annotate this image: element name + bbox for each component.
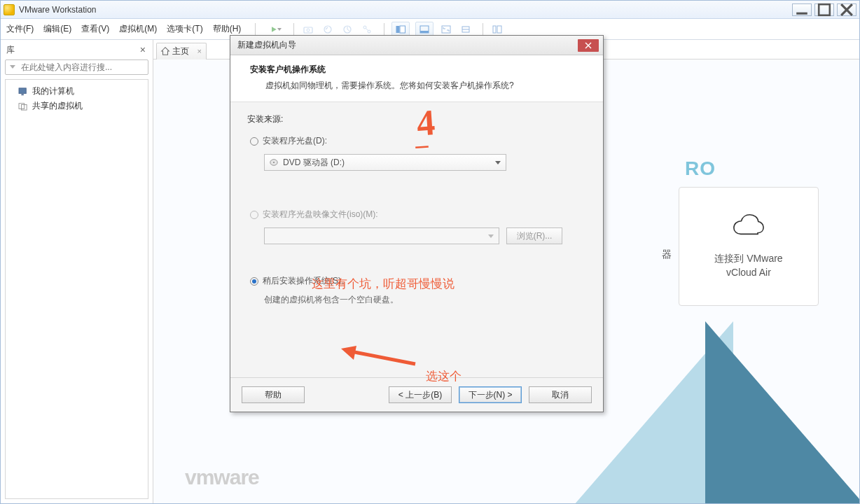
svg-rect-23 [497,26,501,33]
menu-tabs[interactable]: 选项卡(T) [167,23,202,35]
dialog-header-sub: 虚拟机如同物理机，需要操作系统。您将如何安装客户机操作系统? [250,80,583,92]
svg-line-14 [366,28,368,30]
dialog-title-bar[interactable]: 新建虚拟机向导 [230,36,603,55]
radio-label: 安装程序光盘映像文件(iso)(M): [263,209,378,220]
browse-button[interactable]: 浏览(R)... [506,227,562,244]
svg-point-7 [307,29,310,31]
install-later-note: 创建的虚拟机将包含一个空白硬盘。 [264,294,586,306]
svg-rect-15 [396,26,400,33]
svg-marker-5 [277,28,282,31]
menu-edit[interactable]: 编辑(E) [43,23,71,35]
library-tree: 我的计算机 共享的虚拟机 [5,79,148,499]
title-bar: VMware Workstation [1,1,859,19]
back-button[interactable]: < 上一步(B) [389,386,452,403]
radio-icon [250,211,258,219]
disc-drive-value: DVD 驱动器 (D:) [283,157,345,169]
cloud-icon [730,213,767,242]
svg-rect-28 [21,94,23,95]
menu-vm[interactable]: 虚拟机(M) [119,23,157,35]
snapshot-take-icon[interactable] [301,22,315,36]
iso-path-select[interactable] [264,227,499,244]
disc-icon [269,158,279,167]
menu-help[interactable]: 帮助(H) [213,23,242,35]
svg-rect-16 [400,26,405,33]
svg-point-13 [368,30,370,33]
pro-label-fragment: RO [685,158,716,180]
vmware-logo: vmware [185,465,259,489]
svg-line-11 [347,29,349,31]
cancel-button[interactable]: 取消 [529,386,592,403]
svg-point-8 [324,26,331,33]
dialog-header: 安装客户机操作系统 虚拟机如同物理机，需要操作系统。您将如何安装客户机操作系统? [230,55,603,102]
svg-point-12 [363,26,366,29]
tree-item-label: 共享的虚拟机 [32,100,83,112]
chevron-down-icon[interactable] [9,63,16,70]
tree-item-label: 我的计算机 [32,85,74,97]
tab-label: 主页 [172,46,189,57]
svg-marker-26 [10,65,15,69]
radio-icon [250,137,258,146]
radio-install-later[interactable]: 稍后安装操作系统(S)。 [250,275,586,287]
dialog-close-button[interactable] [578,39,599,52]
svg-rect-19 [442,26,450,33]
tab-close-icon[interactable]: × [197,47,202,55]
svg-rect-30 [21,104,27,110]
tile-connect-vcloud[interactable]: 连接到 VMware vCloud Air [679,187,819,306]
disc-drive-select[interactable]: DVD 驱动器 (D:) [264,154,506,171]
maximize-button[interactable] [814,4,834,16]
svg-rect-27 [19,88,26,93]
radio-label: 安装程序光盘(D): [263,135,327,147]
chevron-down-icon [487,232,494,239]
server-label-fragment: 器 [662,248,672,261]
svg-rect-6 [304,27,312,33]
snapshot-branch-icon[interactable] [360,22,374,36]
svg-marker-36 [488,234,494,238]
help-button[interactable]: 帮助 [242,386,305,403]
menu-file[interactable]: 文件(F) [6,23,34,35]
monitor-icon [18,88,28,96]
dialog-header-title: 安装客户机操作系统 [250,64,583,76]
svg-rect-29 [19,103,25,108]
minimize-button[interactable] [792,4,812,16]
dialog-footer: 帮助 < 上一步(B) 下一步(N) > 取消 [230,377,603,412]
close-button[interactable] [837,4,856,16]
home-icon [160,46,170,56]
svg-marker-35 [495,161,501,164]
install-source-label: 安装来源: [247,113,586,125]
share-icon [18,102,28,111]
radio-installer-disc[interactable]: 安装程序光盘(D): [250,135,586,147]
sidebar: 库 × 我的计算机 共享的虚拟机 [1,40,153,503]
radio-iso-file[interactable]: 安装程序光盘映像文件(iso)(M): [250,209,586,220]
tile-label: 连接到 VMware vCloud Air [714,252,782,279]
search-input[interactable] [5,59,148,75]
dialog-title: 新建虚拟机向导 [237,39,296,51]
radio-icon [250,277,258,286]
snapshot-manage-icon[interactable] [340,22,354,36]
view-stretch-icon[interactable] [459,22,473,36]
svg-point-34 [273,162,275,163]
tab-home[interactable]: 主页 × [156,43,207,59]
chevron-down-icon [494,159,501,166]
sidebar-close-icon[interactable]: × [137,44,148,55]
library-icon[interactable] [490,22,504,36]
app-icon [4,4,15,15]
radio-label: 稍后安装操作系统(S)。 [263,275,349,287]
dialog-body: 安装来源: 安装程序光盘(D): DVD 驱动器 (D:) 安装程序光盘映像文件… [230,102,603,377]
menu-view[interactable]: 查看(V) [81,23,109,35]
view-fullscreen-icon[interactable] [439,22,453,36]
snapshot-revert-icon[interactable] [321,22,335,36]
tree-item-shared-vms[interactable]: 共享的虚拟机 [8,99,145,113]
next-button[interactable]: 下一步(N) > [459,386,522,403]
svg-rect-18 [420,31,429,33]
sidebar-title: 库 [6,44,15,56]
play-icon[interactable] [270,22,284,36]
svg-rect-22 [493,26,496,33]
svg-rect-1 [819,4,830,15]
tree-item-my-computer[interactable]: 我的计算机 [8,84,145,99]
new-vm-wizard-dialog: 新建虚拟机向导 安装客户机操作系统 虚拟机如同物理机，需要操作系统。您将如何安装… [230,35,604,412]
app-title: VMware Workstation [19,5,789,15]
